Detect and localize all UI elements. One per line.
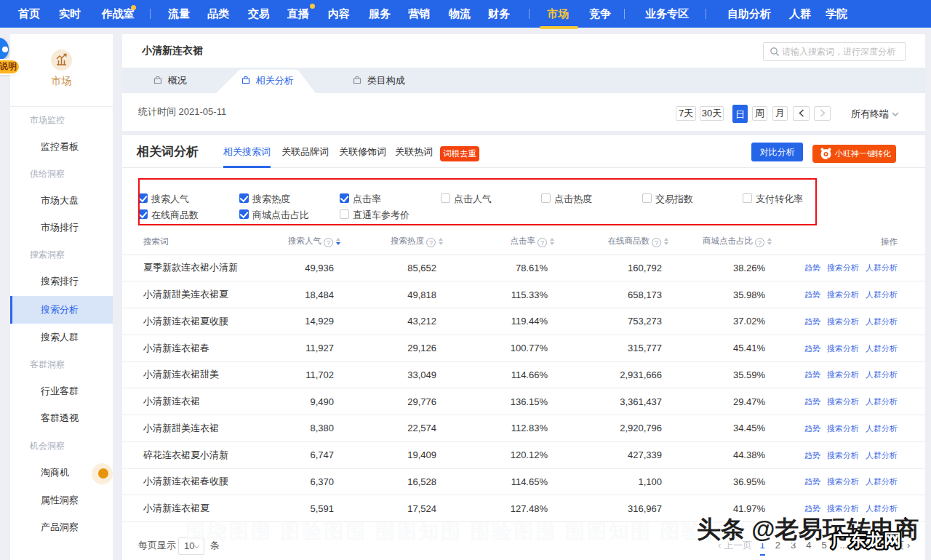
svg-text:广东龙网: 广东龙网 [831, 530, 901, 550]
